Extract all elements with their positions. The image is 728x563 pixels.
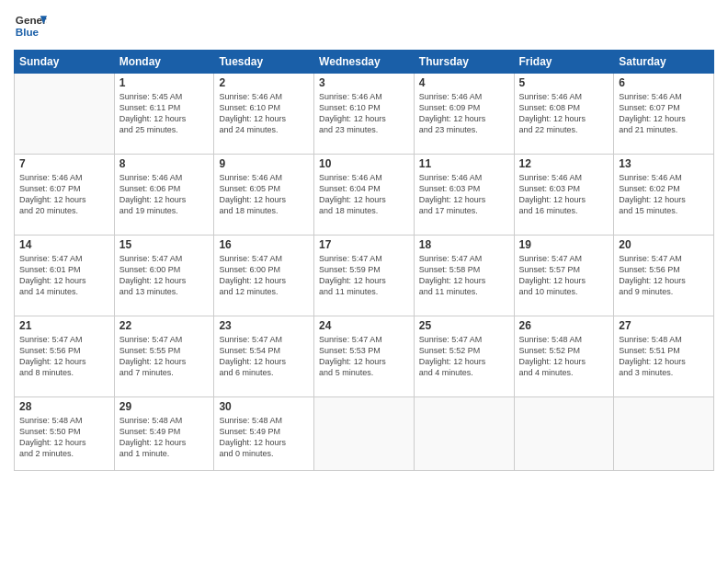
cell-info: Sunrise: 5:46 AM Sunset: 6:10 PM Dayligh… xyxy=(319,91,409,136)
weekday-header-row: SundayMondayTuesdayWednesdayThursdayFrid… xyxy=(15,51,714,74)
cell-info: Sunrise: 5:48 AM Sunset: 5:50 PM Dayligh… xyxy=(19,415,109,460)
calendar-cell xyxy=(314,397,415,471)
calendar-cell: 29Sunrise: 5:48 AM Sunset: 5:49 PM Dayli… xyxy=(114,397,214,471)
day-number: 10 xyxy=(319,157,409,170)
calendar-cell: 9Sunrise: 5:46 AM Sunset: 6:05 PM Daylig… xyxy=(214,155,314,236)
calendar-cell: 5Sunrise: 5:46 AM Sunset: 6:08 PM Daylig… xyxy=(514,74,614,155)
calendar-cell: 7Sunrise: 5:46 AM Sunset: 6:07 PM Daylig… xyxy=(15,155,115,236)
calendar-cell: 14Sunrise: 5:47 AM Sunset: 6:01 PM Dayli… xyxy=(15,236,115,316)
calendar-cell: 22Sunrise: 5:47 AM Sunset: 5:55 PM Dayli… xyxy=(114,316,214,397)
cell-info: Sunrise: 5:47 AM Sunset: 5:57 PM Dayligh… xyxy=(519,253,609,298)
cell-info: Sunrise: 5:48 AM Sunset: 5:49 PM Dayligh… xyxy=(219,415,309,460)
calendar-body: 1Sunrise: 5:45 AM Sunset: 6:11 PM Daylig… xyxy=(15,74,714,471)
calendar-cell: 6Sunrise: 5:46 AM Sunset: 6:07 PM Daylig… xyxy=(614,74,714,155)
calendar-cell: 3Sunrise: 5:46 AM Sunset: 6:10 PM Daylig… xyxy=(314,74,415,155)
week-row-4: 28Sunrise: 5:48 AM Sunset: 5:50 PM Dayli… xyxy=(15,397,714,471)
calendar-cell: 26Sunrise: 5:48 AM Sunset: 5:52 PM Dayli… xyxy=(514,316,614,397)
weekday-header-thursday: Thursday xyxy=(414,51,514,74)
day-number: 8 xyxy=(119,157,210,170)
calendar-cell: 1Sunrise: 5:45 AM Sunset: 6:11 PM Daylig… xyxy=(114,74,214,155)
page-header: General Blue xyxy=(14,9,714,42)
cell-info: Sunrise: 5:48 AM Sunset: 5:52 PM Dayligh… xyxy=(519,334,609,379)
cell-info: Sunrise: 5:47 AM Sunset: 5:55 PM Dayligh… xyxy=(119,334,210,379)
day-number: 30 xyxy=(219,400,309,413)
day-number: 6 xyxy=(619,76,709,89)
calendar-cell: 15Sunrise: 5:47 AM Sunset: 6:00 PM Dayli… xyxy=(114,236,214,316)
logo: General Blue xyxy=(14,9,47,42)
day-number: 19 xyxy=(519,238,609,251)
day-number: 22 xyxy=(119,319,210,332)
calendar-cell xyxy=(614,397,714,471)
cell-info: Sunrise: 5:46 AM Sunset: 6:10 PM Dayligh… xyxy=(219,91,309,136)
cell-info: Sunrise: 5:47 AM Sunset: 6:00 PM Dayligh… xyxy=(219,253,309,298)
calendar-cell: 13Sunrise: 5:46 AM Sunset: 6:02 PM Dayli… xyxy=(614,155,714,236)
calendar-cell: 19Sunrise: 5:47 AM Sunset: 5:57 PM Dayli… xyxy=(514,236,614,316)
calendar-cell: 20Sunrise: 5:47 AM Sunset: 5:56 PM Dayli… xyxy=(614,236,714,316)
cell-info: Sunrise: 5:46 AM Sunset: 6:02 PM Dayligh… xyxy=(619,172,709,217)
day-number: 4 xyxy=(419,76,509,89)
cell-info: Sunrise: 5:47 AM Sunset: 6:01 PM Dayligh… xyxy=(19,253,109,298)
weekday-header-tuesday: Tuesday xyxy=(214,51,314,74)
day-number: 15 xyxy=(119,238,210,251)
cell-info: Sunrise: 5:48 AM Sunset: 5:49 PM Dayligh… xyxy=(119,415,210,460)
cell-info: Sunrise: 5:46 AM Sunset: 6:06 PM Dayligh… xyxy=(119,172,210,217)
cell-info: Sunrise: 5:47 AM Sunset: 5:52 PM Dayligh… xyxy=(419,334,509,379)
cell-info: Sunrise: 5:47 AM Sunset: 5:53 PM Dayligh… xyxy=(319,334,409,379)
calendar-cell: 10Sunrise: 5:46 AM Sunset: 6:04 PM Dayli… xyxy=(314,155,415,236)
weekday-header-monday: Monday xyxy=(114,51,214,74)
calendar-table: SundayMondayTuesdayWednesdayThursdayFrid… xyxy=(14,50,714,471)
cell-info: Sunrise: 5:46 AM Sunset: 6:05 PM Dayligh… xyxy=(219,172,309,217)
weekday-header-saturday: Saturday xyxy=(614,51,714,74)
calendar-cell: 24Sunrise: 5:47 AM Sunset: 5:53 PM Dayli… xyxy=(314,316,415,397)
logo-icon: General Blue xyxy=(14,9,47,42)
calendar-cell: 28Sunrise: 5:48 AM Sunset: 5:50 PM Dayli… xyxy=(15,397,115,471)
calendar-cell: 4Sunrise: 5:46 AM Sunset: 6:09 PM Daylig… xyxy=(414,74,514,155)
cell-info: Sunrise: 5:46 AM Sunset: 6:07 PM Dayligh… xyxy=(19,172,109,217)
day-number: 28 xyxy=(19,400,109,413)
calendar-cell: 18Sunrise: 5:47 AM Sunset: 5:58 PM Dayli… xyxy=(414,236,514,316)
cell-info: Sunrise: 5:48 AM Sunset: 5:51 PM Dayligh… xyxy=(619,334,709,379)
svg-text:Blue: Blue xyxy=(16,26,40,38)
day-number: 3 xyxy=(319,76,409,89)
day-number: 5 xyxy=(519,76,609,89)
calendar-cell xyxy=(15,74,115,155)
day-number: 26 xyxy=(519,319,609,332)
day-number: 29 xyxy=(119,400,210,413)
cell-info: Sunrise: 5:47 AM Sunset: 6:00 PM Dayligh… xyxy=(119,253,210,298)
calendar-cell: 16Sunrise: 5:47 AM Sunset: 6:00 PM Dayli… xyxy=(214,236,314,316)
day-number: 13 xyxy=(619,157,709,170)
day-number: 24 xyxy=(319,319,409,332)
cell-info: Sunrise: 5:47 AM Sunset: 5:56 PM Dayligh… xyxy=(19,334,109,379)
calendar-cell: 27Sunrise: 5:48 AM Sunset: 5:51 PM Dayli… xyxy=(614,316,714,397)
day-number: 20 xyxy=(619,238,709,251)
week-row-0: 1Sunrise: 5:45 AM Sunset: 6:11 PM Daylig… xyxy=(15,74,714,155)
calendar-cell xyxy=(514,397,614,471)
weekday-header-friday: Friday xyxy=(514,51,614,74)
day-number: 12 xyxy=(519,157,609,170)
day-number: 7 xyxy=(19,157,109,170)
calendar-cell: 23Sunrise: 5:47 AM Sunset: 5:54 PM Dayli… xyxy=(214,316,314,397)
cell-info: Sunrise: 5:47 AM Sunset: 5:56 PM Dayligh… xyxy=(619,253,709,298)
calendar-cell: 25Sunrise: 5:47 AM Sunset: 5:52 PM Dayli… xyxy=(414,316,514,397)
day-number: 21 xyxy=(19,319,109,332)
cell-info: Sunrise: 5:46 AM Sunset: 6:03 PM Dayligh… xyxy=(519,172,609,217)
day-number: 27 xyxy=(619,319,709,332)
day-number: 2 xyxy=(219,76,309,89)
cell-info: Sunrise: 5:47 AM Sunset: 5:54 PM Dayligh… xyxy=(219,334,309,379)
week-row-3: 21Sunrise: 5:47 AM Sunset: 5:56 PM Dayli… xyxy=(15,316,714,397)
day-number: 11 xyxy=(419,157,509,170)
cell-info: Sunrise: 5:46 AM Sunset: 6:04 PM Dayligh… xyxy=(319,172,409,217)
day-number: 1 xyxy=(119,76,210,89)
day-number: 18 xyxy=(419,238,509,251)
day-number: 9 xyxy=(219,157,309,170)
cell-info: Sunrise: 5:46 AM Sunset: 6:03 PM Dayligh… xyxy=(419,172,509,217)
day-number: 14 xyxy=(19,238,109,251)
calendar-cell: 17Sunrise: 5:47 AM Sunset: 5:59 PM Dayli… xyxy=(314,236,415,316)
day-number: 17 xyxy=(319,238,409,251)
calendar-cell xyxy=(414,397,514,471)
cell-info: Sunrise: 5:47 AM Sunset: 5:59 PM Dayligh… xyxy=(319,253,409,298)
calendar-cell: 8Sunrise: 5:46 AM Sunset: 6:06 PM Daylig… xyxy=(114,155,214,236)
day-number: 23 xyxy=(219,319,309,332)
cell-info: Sunrise: 5:46 AM Sunset: 6:08 PM Dayligh… xyxy=(519,91,609,136)
day-number: 16 xyxy=(219,238,309,251)
